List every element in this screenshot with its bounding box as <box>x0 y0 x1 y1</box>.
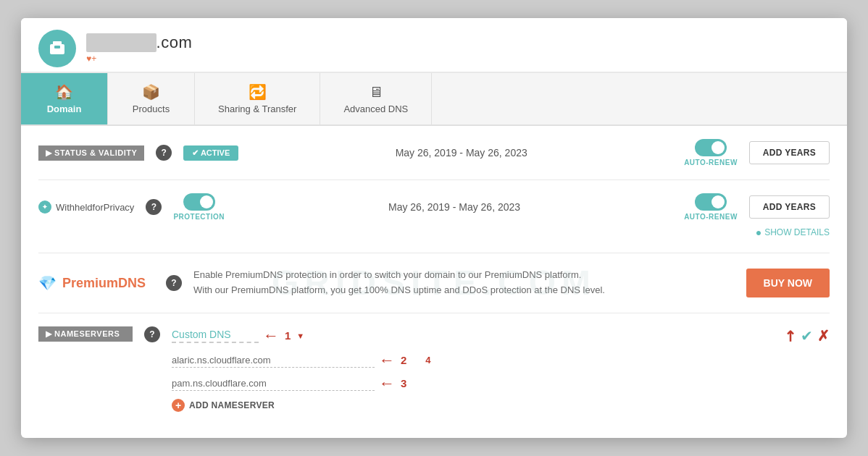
auto-renew-toggle[interactable] <box>695 139 727 156</box>
privacy-dot-icon: ✦ <box>38 200 51 214</box>
domain-blurred: ██████ <box>86 33 157 52</box>
domain-sub[interactable]: ♥+ <box>86 54 192 64</box>
domain-info: ██████.com ♥+ <box>86 33 192 64</box>
check-icon[interactable]: ✔ <box>801 327 813 345</box>
privacy-brand-name: WithheldforPrivacy <box>56 202 134 213</box>
premium-dns-brand: 💎 PremiumDNS <box>38 274 154 292</box>
header: ██████.com ♥+ <box>21 18 847 73</box>
ns-input-row-1: ← 2 4 <box>172 351 830 370</box>
auto-renew-toggle-wrap: AUTO-RENEW <box>684 139 738 166</box>
add-years-button[interactable]: ADD YEARS <box>749 141 830 164</box>
status-validity-row: ▶ STATUS & VALIDITY ? ✔ ACTIVE May 26, 2… <box>38 126 830 180</box>
privacy-brand: ✦ WithheldforPrivacy <box>38 200 134 214</box>
privacy-date-range: May 26, 2019 - May 26, 2023 <box>236 201 672 213</box>
custom-dns-label: Custom DNS <box>172 329 259 343</box>
premium-help-icon[interactable]: ? <box>166 275 182 291</box>
annotation-arrow-3: ← <box>379 374 395 393</box>
annotation-arrow-2: ← <box>379 351 395 370</box>
protection-toggle-wrap: PROTECTION <box>173 193 225 221</box>
privacy-help-icon[interactable]: ? <box>146 199 162 215</box>
custom-dns-row: Custom DNS ← 1 ▼ ↗ ✔ ✗ <box>172 326 830 345</box>
annotation-number-3: 3 <box>401 377 406 389</box>
premium-dns-name: PremiumDNS <box>62 276 146 291</box>
ns-input-row-2: ← 3 <box>172 374 830 393</box>
domain-icon: 🏠 <box>55 83 73 101</box>
privacy-auto-renew-label: AUTO-RENEW <box>684 213 738 221</box>
add-nameserver-label: ADD NAMESERVER <box>189 400 275 410</box>
premium-dns-description: Enable PremiumDNS protection in order to… <box>193 268 735 298</box>
tab-sharing[interactable]: 🔁 Sharing & Transfer <box>195 73 320 124</box>
annotation-number-4: 4 <box>425 355 430 366</box>
nameservers-row: ▶ NAMESERVERS ? Custom DNS ← 1 ▼ ↗ ✔ ✗ <box>38 313 830 421</box>
premium-dns-gem-icon: 💎 <box>38 274 57 292</box>
advanced-dns-icon: 🖥 <box>369 84 383 101</box>
premium-dns-row: 💎 PremiumDNS ? Enable PremiumDNS protect… <box>38 253 830 313</box>
status-label: ▶ STATUS & VALIDITY <box>38 145 144 161</box>
plus-icon: + <box>172 399 185 412</box>
show-details-icon: ● <box>756 227 761 238</box>
nameservers-controls: Custom DNS ← 1 ▼ ↗ ✔ ✗ ← 2 4 <box>172 326 830 412</box>
tab-advanced-dns[interactable]: 🖥 Advanced DNS <box>320 73 432 124</box>
annotation-number-1: 1 <box>285 329 291 342</box>
status-date-range: May 26, 2019 - May 26, 2023 <box>250 147 672 159</box>
nameserver-2-input[interactable] <box>172 376 375 391</box>
privacy-auto-renew-toggle[interactable] <box>695 193 727 211</box>
add-nameserver-row[interactable]: + ADD NAMESERVER <box>172 399 830 412</box>
buy-now-button[interactable]: BUY NOW <box>746 269 830 297</box>
tab-products[interactable]: 📦 Products <box>108 73 195 124</box>
svg-rect-2 <box>54 46 60 48</box>
svg-rect-1 <box>53 41 62 46</box>
privacy-add-years-button[interactable]: ADD YEARS <box>749 195 830 219</box>
main-content: GRIDSITE.COM ▶ STATUS & VALIDITY ? ✔ ACT… <box>21 126 847 438</box>
privacy-row: ✦ WithheldforPrivacy ? PROTECTION May 26… <box>38 180 830 253</box>
status-help-icon[interactable]: ? <box>156 145 172 161</box>
cancel-icon[interactable]: ✗ <box>817 327 830 345</box>
auto-renew-label: AUTO-RENEW <box>684 159 738 166</box>
privacy-auto-renew-wrap: AUTO-RENEW <box>684 193 738 221</box>
annotation-arrow-1: ← <box>263 326 279 345</box>
dropdown-chevron[interactable]: ▼ <box>296 332 304 340</box>
nameserver-1-input[interactable] <box>172 353 375 368</box>
products-icon: 📦 <box>142 83 160 101</box>
sharing-icon: 🔁 <box>249 83 267 101</box>
protection-label: PROTECTION <box>173 213 225 221</box>
annotation-arrow-4: ↗ <box>780 325 801 346</box>
tab-domain[interactable]: 🏠 Domain <box>21 73 108 124</box>
protection-toggle[interactable] <box>183 193 215 211</box>
tabs-bar: 🏠 Domain 📦 Products 🔁 Sharing & Transfer… <box>21 73 847 126</box>
nameservers-label: ▶ NAMESERVERS <box>38 326 133 342</box>
show-details-link[interactable]: ● SHOW DETAILS <box>756 225 830 240</box>
annotation-number-2: 2 <box>401 354 406 366</box>
nameservers-help-icon[interactable]: ? <box>144 326 160 342</box>
domain-logo <box>38 30 76 67</box>
domain-name: ██████.com <box>86 33 192 52</box>
active-badge: ✔ ACTIVE <box>183 145 238 161</box>
